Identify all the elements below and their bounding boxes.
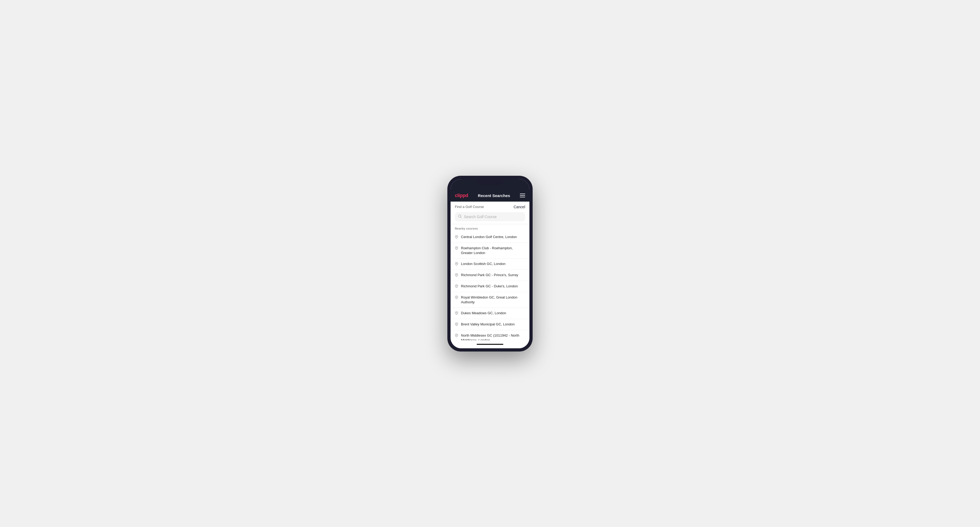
course-name: Central London Golf Centre, London [461, 235, 517, 240]
nearby-section-header: Nearby courses [450, 224, 530, 232]
svg-point-8 [456, 313, 457, 313]
svg-point-10 [456, 335, 457, 335]
list-item[interactable]: London Scottish GC, London [450, 259, 530, 270]
location-pin-icon [455, 333, 458, 338]
home-indicator [450, 340, 530, 348]
svg-point-3 [456, 247, 457, 248]
location-pin-icon [455, 246, 458, 251]
list-item[interactable]: Dukes Meadows GC, London [450, 308, 530, 319]
search-input[interactable] [464, 214, 522, 219]
location-pin-icon [455, 311, 458, 316]
list-item[interactable]: Richmond Park GC - Duke's, London [450, 281, 530, 292]
app-logo: clippd [455, 193, 468, 198]
course-name: Brent Valley Municipal GC, London [461, 322, 514, 327]
location-pin-icon [455, 235, 458, 240]
location-pin-icon [455, 284, 458, 289]
search-container [450, 211, 530, 224]
location-pin-icon [455, 295, 458, 300]
location-pin-icon [455, 273, 458, 278]
svg-point-2 [456, 236, 457, 237]
svg-point-5 [456, 274, 457, 275]
search-icon [458, 214, 462, 219]
list-item[interactable]: Royal Wimbledon GC, Great London Authori… [450, 292, 530, 308]
svg-point-9 [456, 324, 457, 324]
svg-point-6 [456, 286, 457, 286]
location-pin-icon [455, 262, 458, 267]
hamburger-line-3 [520, 197, 525, 197]
find-label: Find a Golf Course [455, 205, 484, 209]
list-item[interactable]: Roehampton Club - Roehampton, Greater Lo… [450, 243, 530, 259]
hamburger-line-1 [520, 194, 525, 194]
course-list: Central London Golf Centre, London Roeha… [450, 232, 530, 340]
list-item[interactable]: North Middlesex GC (1011942 - North Midd… [450, 330, 530, 340]
search-input-wrapper [455, 212, 525, 221]
location-pin-icon [455, 322, 458, 327]
content-area: Find a Golf Course Cancel Nearby c [450, 202, 530, 348]
phone-frame: clippd Recent Searches Find a Golf Cours… [447, 176, 533, 351]
top-navigation: clippd Recent Searches [450, 190, 530, 202]
hamburger-menu-button[interactable] [520, 194, 525, 197]
course-name: Royal Wimbledon GC, Great London Authori… [461, 295, 525, 305]
cancel-button[interactable]: Cancel [514, 205, 525, 209]
svg-point-4 [456, 263, 457, 264]
list-item[interactable]: Central London Golf Centre, London [450, 232, 530, 243]
hamburger-line-2 [520, 195, 525, 196]
nav-title: Recent Searches [478, 193, 510, 198]
course-name: North Middlesex GC (1011942 - North Midd… [461, 333, 525, 340]
course-name: London Scottish GC, London [461, 262, 506, 266]
phone-screen: clippd Recent Searches Find a Golf Cours… [450, 179, 530, 348]
list-item[interactable]: Brent Valley Municipal GC, London [450, 319, 530, 330]
home-bar [477, 344, 503, 345]
svg-point-7 [456, 297, 457, 297]
course-name: Roehampton Club - Roehampton, Greater Lo… [461, 246, 525, 256]
course-name: Richmond Park GC - Prince's, Surrey [461, 273, 518, 278]
course-name: Dukes Meadows GC, London [461, 311, 506, 316]
find-header: Find a Golf Course Cancel [450, 202, 530, 211]
course-name: Richmond Park GC - Duke's, London [461, 284, 518, 289]
list-item[interactable]: Richmond Park GC - Prince's, Surrey [450, 270, 530, 281]
svg-line-1 [461, 217, 461, 217]
phone-notch [477, 179, 503, 185]
